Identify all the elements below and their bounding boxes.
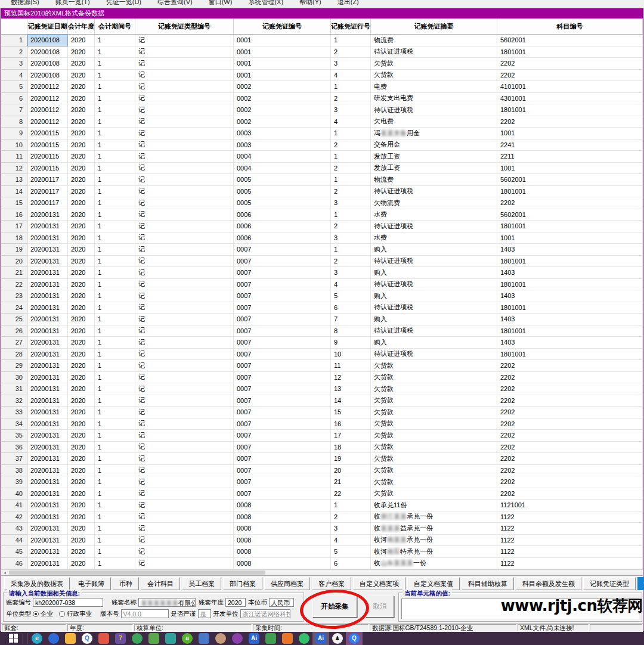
grid-cell[interactable]: 2020 — [68, 163, 95, 175]
grid-cell[interactable]: 0002 — [234, 116, 331, 128]
grid-cell[interactable]: 欠电费 — [371, 116, 497, 128]
grid-cell[interactable]: 0007 — [234, 279, 331, 291]
grid-row-header[interactable]: 29 — [1, 360, 27, 372]
menu-item[interactable]: 数据源(S) — [11, 0, 39, 7]
grid-cell[interactable]: 1001 — [497, 128, 643, 139]
grid-cell[interactable]: 1 — [95, 523, 135, 535]
grid-cell[interactable]: 1 — [95, 244, 135, 256]
grid-cell[interactable]: 0003 — [234, 128, 331, 139]
grid-cell[interactable]: 欠货款 — [371, 488, 497, 500]
grid-cell[interactable]: 记 — [135, 500, 234, 511]
grid-cell[interactable]: 记 — [135, 418, 234, 430]
menu-item[interactable]: 账页一览(T) — [55, 0, 90, 7]
grid-column-header[interactable] — [1, 18, 27, 34]
grid-cell[interactable]: 2202 — [497, 430, 643, 442]
qq-app-icon[interactable]: ♟ — [329, 631, 346, 645]
grid-cell[interactable]: 20200131 — [27, 221, 68, 232]
grid-cell[interactable]: 20200131 — [27, 325, 68, 337]
grid-cell[interactable]: 1 — [95, 35, 135, 46]
grid-cell[interactable]: 待认证进项税 — [371, 349, 497, 361]
grid-cell[interactable]: 1 — [95, 128, 135, 139]
grid-cell[interactable]: 1 — [331, 174, 371, 186]
grid-cell[interactable]: 5602001 — [497, 174, 643, 186]
grid-cell[interactable]: 0005 — [234, 186, 331, 198]
grid-cell[interactable]: 记 — [135, 511, 234, 523]
grid-cell[interactable]: 0007 — [234, 372, 331, 384]
grid-cell[interactable]: 电费 — [371, 81, 497, 93]
grid-cell[interactable]: 20200131 — [27, 418, 68, 430]
grid-cell[interactable]: 2020 — [68, 139, 95, 151]
grid-row-header[interactable]: 16 — [1, 209, 27, 221]
grid-cell[interactable]: 20200131 — [27, 302, 68, 314]
developer-field[interactable]: 浙江诺诺网络科技有限公司 — [240, 609, 290, 618]
grid-column-header[interactable]: 会计期间号 — [95, 18, 135, 34]
grid-row-header[interactable]: 38 — [1, 465, 27, 477]
grid-cell[interactable]: 收某某某益承兑一份 — [371, 523, 497, 535]
grid-cell[interactable]: 20200115 — [27, 139, 68, 151]
grid-cell[interactable]: 1 — [331, 151, 371, 163]
grid-cell[interactable]: 2020 — [68, 93, 95, 105]
grid-cell[interactable]: 20200131 — [27, 209, 68, 221]
grid-row-header[interactable]: 6 — [1, 93, 27, 105]
grid-column-header[interactable]: 记账凭证行号 — [331, 18, 371, 34]
grid-cell[interactable]: 购入 — [371, 314, 497, 325]
grid-cell[interactable]: 2020 — [68, 174, 95, 186]
grid-row-header[interactable]: 34 — [1, 418, 27, 430]
grid-row-header[interactable]: 42 — [1, 511, 27, 523]
grid-cell[interactable]: 1 — [95, 70, 135, 82]
grid-cell[interactable]: 1122 — [497, 523, 643, 535]
grid-cell[interactable]: 1 — [95, 546, 135, 558]
base-currency-field[interactable]: 人民币 — [269, 598, 294, 607]
grid-cell[interactable]: 记 — [135, 209, 234, 221]
grid-cell[interactable]: 20200115 — [27, 151, 68, 163]
grid-cell[interactable]: 11 — [331, 360, 371, 372]
grid-cell[interactable]: 1 — [95, 360, 135, 372]
grid-cell[interactable]: 收浙江某某承兑一份 — [371, 511, 497, 523]
grid-cell[interactable]: 1801001 — [497, 349, 643, 361]
grid-cell[interactable]: 1403 — [497, 244, 643, 256]
grid-cell[interactable]: 2202 — [497, 442, 643, 454]
grid-cell[interactable]: 2202 — [497, 116, 643, 128]
grid-cell[interactable]: 0007 — [234, 395, 331, 407]
grid-cell[interactable]: 2202 — [497, 418, 643, 430]
grid-cell[interactable]: 4 — [331, 70, 371, 82]
version-field[interactable]: V4.0.0 — [121, 609, 169, 618]
grid-cell[interactable]: 2020 — [68, 546, 95, 558]
computer-app-icon[interactable] — [196, 631, 212, 645]
grid-cell[interactable]: 0007 — [234, 418, 331, 430]
grid-cell[interactable]: 记 — [135, 372, 234, 384]
grid-row-header[interactable]: 18 — [1, 232, 27, 244]
grid-cell[interactable]: 1122 — [497, 546, 643, 558]
grid-cell[interactable]: 20200108 — [27, 35, 68, 46]
start-button[interactable] — [5, 631, 21, 645]
grid-cell[interactable]: 0005 — [234, 174, 331, 186]
quark-active-icon[interactable]: Q — [346, 631, 363, 645]
unit-type-option[interactable]: 企业 — [33, 610, 53, 618]
grid-cell[interactable]: 欠货款 — [371, 58, 497, 70]
grid-column-header[interactable]: 记账凭证编号 — [234, 18, 331, 34]
grid-cell[interactable]: 0006 — [234, 221, 331, 232]
grid-cell[interactable]: 20200131 — [27, 442, 68, 454]
grid-cell[interactable]: 20200131 — [27, 465, 68, 477]
user-avatar-icon[interactable] — [212, 631, 229, 645]
grid-cell[interactable]: 2020 — [68, 244, 95, 256]
grid-cell[interactable]: 20200112 — [27, 104, 68, 116]
grid-cell[interactable]: 5 — [331, 546, 371, 558]
grid-cell[interactable]: 16 — [331, 418, 371, 430]
grid-cell[interactable]: 0003 — [234, 139, 331, 151]
grid-cell[interactable]: 2202 — [497, 383, 643, 395]
grid-cell[interactable]: 2020 — [68, 407, 95, 418]
grid-cell[interactable]: 2020 — [68, 383, 95, 395]
grid-cell[interactable]: 1801001 — [497, 46, 643, 58]
blue-app-icon[interactable] — [45, 631, 62, 645]
grid-cell[interactable]: 20200131 — [27, 476, 68, 488]
grid-row-header[interactable]: 1 — [1, 35, 27, 46]
grid-cell[interactable]: 0006 — [234, 209, 331, 221]
grid-cell[interactable]: 1 — [95, 151, 135, 163]
grid-cell[interactable]: 1 — [95, 453, 135, 465]
grid-cell[interactable]: 记 — [135, 104, 234, 116]
grid-cell[interactable]: 0007 — [234, 465, 331, 477]
grid-cell[interactable]: 2020 — [68, 35, 95, 46]
grid-cell[interactable]: 0007 — [234, 430, 331, 442]
grid-cell[interactable]: 2020 — [68, 453, 95, 465]
